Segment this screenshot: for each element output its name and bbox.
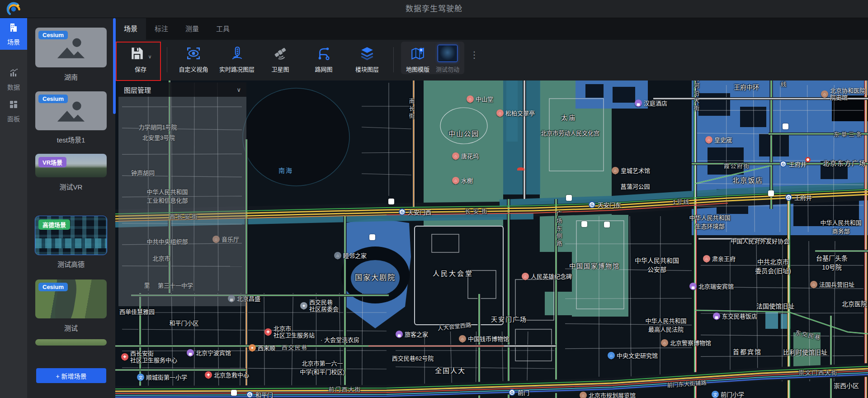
map-poi: ✚北京急救中心 [205,371,249,379]
map-poi: ⌂中山堂 [467,95,493,103]
sidebar-item-panel[interactable]: 面板 [0,95,27,127]
toolbar-button-label: 自定义视角 [179,65,208,73]
map-street-label: 崇文门西大街 [798,368,838,377]
map-poi: ▄旅客之家 [396,331,428,338]
toolbar-button-楼块图层[interactable]: 楼块图层 [345,40,389,73]
toolbar-button-实时路况图层[interactable]: 实时路况图层 [215,40,259,73]
more-options-icon[interactable]: ⋮ [470,48,479,62]
sidebar-item-data[interactable]: 数据 [0,63,27,95]
scene-type-badge: Cesium [38,95,68,103]
poi-label: 北京警察博物馆 [670,340,711,346]
map-area-label: 中华人民共和国生态环境部 [689,213,730,230]
scene-thumbnail[interactable]: Cesium [35,280,107,318]
poi-pin-icon: 文 [712,391,719,398]
poi-pin-icon: 文 [137,374,144,381]
map-area-label: 北京市第一六一中学(和平门校区) [300,359,345,376]
toolbar-button-自定义视角[interactable]: 自定义视角 [172,40,215,73]
toolbar-group: 地图模版测试勿动 [401,42,464,74]
subway-station: G和平门 [246,390,273,398]
add-scene-button[interactable]: + 新增场景 [36,368,106,383]
map-poi: ★西交民巷社区居委会 [300,299,339,313]
tab-标注[interactable]: 标注 [146,18,177,40]
tab-工具[interactable]: 工具 [208,18,238,40]
custom-view-eye-icon [185,45,202,62]
map-area-label: 北京饭店 [732,175,763,185]
toolbar-button-label: 测试勿动 [436,65,459,73]
toolbar-button-地图模版[interactable]: 地图模版 [403,42,433,74]
map-area-label: 中华人民共和国公安部 [635,256,679,274]
map-poi: ✚北京市社区卫生服务站 [264,325,315,339]
toolbar-button-路网图[interactable]: 路网图 [302,40,345,73]
scene-card-测试[interactable]: Cesium测试 [35,280,107,318]
map-thumbnail[interactable] [438,45,458,62]
map-area-label: 中山公园 [448,128,479,138]
poi-pin-icon: ⌂ [452,177,459,184]
toolbar-button-保存[interactable]: ∨保存 [119,40,162,73]
map-area-label: 人民大会堂 [433,268,473,278]
sidebar-item-label: 面板 [7,114,20,123]
chevron-down-icon[interactable]: ∨ [148,54,151,60]
tab-场景[interactable]: 场景 [115,18,146,40]
toolbar-button-卫星图[interactable]: 卫星图 [259,40,302,73]
poi-label: 旅客之家 [405,331,428,338]
tab-测量[interactable]: 测量 [177,18,208,40]
scene-thumbnail[interactable]: Cesium [35,91,107,130]
map-street-label: 前门东大街辅路 [667,378,707,389]
save-icon: ∨ [129,45,151,62]
page-title: 数据孪生驾驶舱 [0,0,868,18]
map-area-label: 北京东方广场 [823,158,866,167]
scene-building-icon [8,22,19,35]
scene-name: test场景1 [35,135,107,144]
poi-label: 肃亲王府 [712,256,736,262]
poi-label: 北京宁波宾馆 [196,350,231,356]
map-area-label: · 大会堂洗衣房 [321,335,359,344]
map-street-label: 东单三条 [834,130,863,138]
scene-thumbnail[interactable] [35,339,107,346]
scene-thumbnail[interactable]: VR场景 [35,154,107,177]
scene-thumbnail[interactable]: 高德场景 [35,216,107,255]
map-canvas[interactable]: 中山公园北京市劳动人民文化宫太庙人民大会堂天安门广场全国人大中国国家博物馆中华人… [115,81,868,398]
traffic-marker [231,390,237,396]
map-poi: ⌂北京警察博物馆 [661,339,711,346]
poi-pin-icon: ⌂ [705,136,712,143]
map-street-label: 线 [781,81,787,88]
traffic-marker [388,199,394,204]
satellite-icon [273,45,288,62]
poi-label: 北京急救中心 [214,372,249,379]
map-street-label: 南长街 [407,98,416,121]
sidebar-item-scene[interactable]: 场景 [0,18,27,50]
map-street-label: 霞公府街 [724,161,750,170]
toolbar-button-测试勿动[interactable]: 测试勿动 [433,42,462,74]
poi-label: 唐花坞 [461,153,479,160]
scene-card-test场景1[interactable]: Cesiumtest场景1 [35,91,107,130]
map-poi: ▄北京宁波宾馆 [187,349,231,356]
poi-pin-icon: ▄ [396,331,403,338]
map-street-label: 前门西大街 [329,385,362,393]
map-street-label: 西交民巷 [282,343,308,351]
poi-pin-icon: ⌂ [459,335,466,342]
scene-card-湖南[interactable]: Cesium湖南 [35,28,107,67]
scene-list-scrollbar[interactable] [113,18,116,114]
map-poi: ⌂水榭 [452,177,473,184]
subway-station: G王府井 [780,160,807,168]
subway-station: G王府井 [785,193,812,202]
poi-label: 中央文史研究馆 [617,352,658,359]
poi-label: 北京协和医院院史馆 [830,87,865,101]
scene-card-测试高德[interactable]: 高德场景测试高德 [35,216,107,255]
toolbar-button-label: 卫星图 [271,65,289,73]
scene-card-partial[interactable] [35,339,107,346]
layer-manager-header[interactable]: 图层管理 ∨ [118,82,246,97]
poi-label: 皇史宬 [714,137,732,143]
poi-pin-icon: ● [249,344,256,351]
scene-card-测试VR[interactable]: VR场景测试VR [35,154,107,177]
traffic-marker [566,195,572,201]
subway-station: G前门 [509,388,529,397]
poi-pin-icon: ▄ [713,313,720,320]
scene-thumbnail[interactable]: Cesium [35,28,107,67]
map-area-label: 北京医院 [842,299,867,308]
map-poi: ⌂皇史宬 [705,136,732,143]
map-area-label: 法国使馆旧址 [756,301,794,310]
map-poi: ⌂睦邻之家 [334,252,367,259]
map-poi: ⌂法国兵营旧址 [810,281,854,288]
chevron-down-icon[interactable]: ∨ [236,86,241,93]
